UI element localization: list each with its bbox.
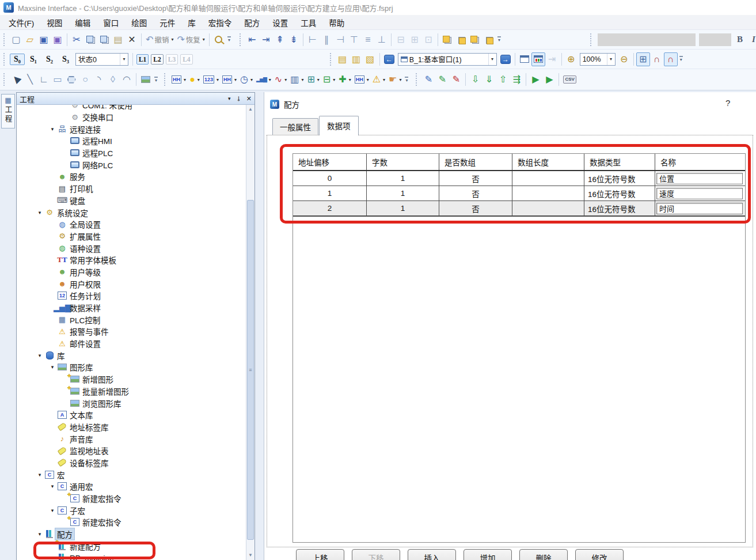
tree-item-通用宏[interactable]: ▾C通用宏 (17, 480, 246, 493)
align-middle-button[interactable]: ≡ (361, 33, 375, 47)
tree-item-打印机[interactable]: ▤打印机 (17, 183, 246, 195)
tree-item-声音库[interactable]: ♪声音库 (17, 433, 246, 445)
name-input[interactable]: 位置 (656, 173, 743, 184)
button-插入[interactable]: 插入 (408, 549, 456, 560)
save-all-button[interactable]: ▣ (51, 33, 64, 47)
align-left-button[interactable]: ⊢ (306, 33, 320, 47)
button-上移[interactable]: 上移 (296, 549, 344, 560)
online-simulation-button[interactable]: ▶ (542, 73, 556, 86)
zoom-dropdown[interactable]: 100%▾ (580, 53, 616, 66)
nudge-left-button[interactable]: ⇤ (245, 33, 259, 47)
copy-button[interactable] (83, 33, 97, 47)
align-top-button[interactable]: ⊤ (347, 33, 361, 47)
state-s1-button[interactable]: S₁ (26, 54, 41, 65)
compile-download-button[interactable]: ⇶ (510, 73, 523, 86)
window-dropdown[interactable]: B_1:基本窗口(1)▾ (398, 53, 497, 66)
tree-item-RP_maxsine[interactable]: RP_maxsine (17, 552, 246, 560)
nudge-up-button[interactable]: ⇞ (273, 33, 287, 47)
tree-item-系统设定[interactable]: ▾⚙系统设定 (17, 206, 246, 218)
tree-item-服务[interactable]: ☻服务 (17, 171, 246, 183)
tree-item-浏览图形库[interactable]: 浏览图形库 (17, 397, 246, 409)
column-header-数组长度[interactable]: 数组长度 (512, 154, 584, 170)
menu-item-库[interactable]: 库 (181, 14, 202, 31)
snap-line-button[interactable]: ∩ (664, 52, 678, 66)
menu-item-元件[interactable]: 元件 (153, 14, 181, 31)
tree-item-常用字体模板[interactable]: TT常用字体模板 (17, 254, 246, 266)
align-center-button[interactable]: ∥ (320, 33, 333, 47)
move-layer-down-button[interactable] (482, 33, 496, 47)
rectangle-tool-button[interactable]: ▭ (51, 73, 64, 86)
tree-item-新建配方[interactable]: 新建配方 (17, 540, 246, 552)
tree-expand-icon[interactable]: ▾ (36, 531, 44, 537)
menu-item-设置[interactable]: 设置 (266, 14, 294, 31)
alarm-list-button[interactable]: ⚠▾ (371, 73, 387, 86)
help-button[interactable]: ? (725, 98, 730, 108)
tree-expand-icon[interactable]: ▾ (48, 483, 56, 489)
cut-button[interactable]: ✂ (70, 33, 83, 47)
tree-item-新建宏指令[interactable]: C新建宏指令 (17, 493, 246, 505)
font-family-dropdown[interactable] (598, 33, 696, 46)
name-input[interactable]: 时间 (656, 203, 743, 214)
nudge-right-button[interactable]: ⇥ (259, 33, 273, 47)
menu-item-配方[interactable]: 配方 (238, 14, 266, 31)
nudge-down-button[interactable]: ⇟ (287, 33, 301, 47)
tree-item-设备标签库[interactable]: 设备标签库 (17, 457, 246, 469)
tree-item-监视地址表[interactable]: 监视地址表 (17, 445, 246, 457)
tree-item-PLC控制[interactable]: ▦PLC控制 (17, 313, 246, 326)
menu-item-工具[interactable]: 工具 (294, 14, 322, 31)
menu-item-视图[interactable]: 视图 (40, 14, 69, 31)
word-button-button[interactable]: HH▾ (221, 73, 238, 86)
tree-item-用户权限[interactable]: ☻用户权限 (17, 278, 246, 290)
compile-all-button[interactable]: ✎ (435, 73, 449, 86)
menu-item-绘图[interactable]: 绘图 (125, 14, 153, 31)
grid-button[interactable]: ⊞ (636, 52, 650, 66)
window-properties-button[interactable]: ▧ (363, 52, 377, 66)
find-button[interactable] (212, 33, 226, 47)
tree-expand-icon[interactable]: ▾ (36, 210, 44, 215)
column-header-数据类型[interactable]: 数据类型 (584, 154, 655, 170)
tree-scrollbar[interactable]: ▲ ▼ (246, 105, 254, 560)
align-bottom-button[interactable]: ⊥ (375, 33, 389, 47)
menu-item-窗口[interactable]: 窗口 (97, 14, 125, 31)
delete-button[interactable]: ✕ (125, 33, 139, 47)
tree-item-远程连接[interactable]: ▾品远程连接 (17, 123, 246, 135)
save-button[interactable]: ▣ (37, 33, 51, 47)
tree-item-COM1-未使用[interactable]: ⚙COM1: 未使用 (17, 105, 246, 111)
tree-expand-icon[interactable]: ▾ (48, 126, 56, 132)
clear-compile-button[interactable]: ✎ (449, 73, 463, 86)
paste-button[interactable]: ▤ (111, 33, 125, 47)
bit-button-button[interactable]: HH▾ (170, 73, 188, 86)
arc-tool-button[interactable]: ◝ (92, 73, 106, 86)
scrollbar-thumb[interactable] (247, 200, 254, 540)
download-button[interactable]: ⇩ (468, 73, 482, 86)
menu-item-宏指令[interactable]: 宏指令 (202, 14, 238, 31)
tree-item-扩展属性[interactable]: ⚙扩展属性 (17, 230, 246, 243)
name-input[interactable]: 速度 (656, 188, 743, 199)
tree-expand-icon[interactable]: ▾ (48, 508, 56, 513)
lamp-button[interactable]: ●▾ (188, 73, 202, 86)
panel-close-icon[interactable]: ✕ (246, 95, 252, 103)
tree-item-配方[interactable]: ▾配方 (17, 528, 246, 540)
column-header-字数[interactable]: 字数 (367, 154, 439, 170)
table-row[interactable]: 21否16位无符号数时间 (293, 201, 745, 216)
tree-item-键盘[interactable]: ⌨键盘 (17, 195, 246, 207)
duplicate-button[interactable] (97, 33, 111, 47)
scale-button[interactable]: ▥▾ (288, 73, 305, 86)
tree-item-网络PLC[interactable]: 网络PLC (17, 158, 246, 171)
layer-l2-button[interactable]: L2 (151, 54, 163, 65)
tab-一般属性[interactable]: 一般属性 (272, 118, 318, 135)
scroll-up-icon[interactable]: ▲ (247, 105, 254, 113)
italic-button[interactable]: I (747, 33, 756, 47)
tree-item-交换串口[interactable]: ⚙交换串口 (17, 111, 246, 123)
compile-button[interactable]: ✎ (421, 73, 435, 86)
send-to-back-button[interactable] (454, 33, 468, 47)
tree-item-宏[interactable]: ▾C宏 (17, 468, 246, 480)
tree-item-远程HMI[interactable]: 远程HMI (17, 135, 246, 147)
open-folder-button[interactable]: ▱ (23, 33, 37, 47)
tree-item-子宏[interactable]: ▾C子宏 (17, 504, 246, 516)
undo-button[interactable]: ↶撤销▾ (144, 33, 175, 47)
toolbar-overflow-button[interactable]: ▾ (405, 77, 408, 83)
tree-item-报警与事件[interactable]: ⚠报警与事件 (17, 326, 246, 338)
tree-item-新增图形[interactable]: 新增图形 (17, 373, 246, 385)
clock-button[interactable]: ◷▾ (238, 73, 254, 86)
